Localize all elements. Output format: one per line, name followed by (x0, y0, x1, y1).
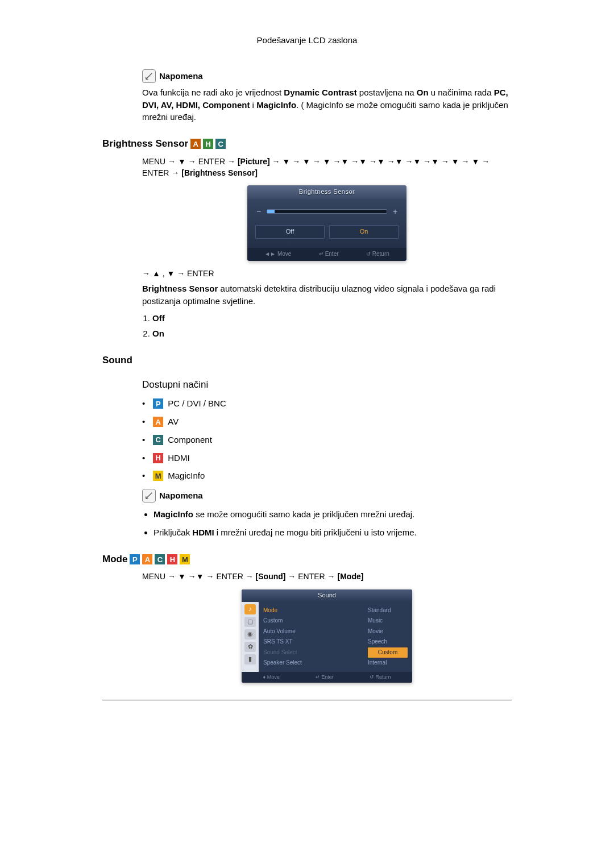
osd-menu-item[interactable]: Custom (263, 616, 364, 626)
badge-a-icon: A (142, 554, 152, 564)
list-item: C Component (142, 434, 512, 446)
enter-hint: ↵ Enter (316, 674, 334, 681)
note-row-1: Napomena (142, 69, 512, 83)
osd-title: Brightness Sensor (247, 185, 406, 199)
osd-slider[interactable] (267, 209, 387, 214)
list-item: H HDMI (142, 452, 512, 464)
badge-p-icon: P (153, 398, 163, 409)
category-icon[interactable]: ▮ (244, 654, 256, 665)
footer-rule (102, 700, 512, 700)
modes-list: P PC / DVI / BNC A AV C Component H HDMI… (142, 397, 512, 482)
list-item: P PC / DVI / BNC (142, 397, 512, 410)
list-item: On (152, 327, 512, 340)
return-hint: ↺ Return (366, 250, 389, 259)
osd-slider-row: − + (255, 206, 399, 217)
badge-c-icon: C (155, 554, 165, 564)
badge-h-icon: H (167, 554, 177, 564)
brightness-sensor-heading: Brightness Sensor A H C (102, 137, 512, 151)
badge-a-icon: A (153, 417, 163, 427)
note-row-2: Napomena (142, 489, 512, 502)
osd-on-option[interactable]: On (329, 225, 399, 239)
osd-side-icons: ♪ ▢ ◉ ✿ ▮ (242, 602, 259, 672)
note-label: Napomena (159, 489, 203, 502)
osd-right-values: Standard Music Movie Speech Custom Inter… (368, 605, 408, 668)
badge-m-icon: M (180, 554, 190, 564)
badge-h-icon: H (203, 139, 213, 149)
osd-menu-item: Sound Select (263, 647, 364, 658)
badge-m-icon: M (153, 471, 163, 481)
category-icon[interactable]: ▢ (244, 617, 256, 627)
sound-osd: Sound ♪ ▢ ◉ ✿ ▮ Mode Custom Auto Volume … (242, 589, 412, 683)
osd-off-option[interactable]: Off (255, 225, 325, 239)
osd-value[interactable]: Movie (368, 626, 408, 637)
badge-a-icon: A (190, 139, 201, 149)
return-hint: ↺ Return (370, 674, 391, 681)
list-item: Priključak HDMI i mrežni uređaj ne mogu … (154, 526, 512, 539)
badge-c-icon: C (215, 139, 226, 149)
list-item: Off (152, 312, 512, 325)
category-icon[interactable]: ◉ (244, 629, 256, 639)
osd-menu-item[interactable]: Auto Volume (263, 626, 364, 637)
page-header: Podešavanje LCD zaslona (102, 34, 512, 47)
note-icon (142, 489, 156, 502)
note-label: Napomena (159, 70, 203, 82)
note-icon (142, 69, 156, 83)
enter-hint: ↵ Enter (319, 250, 339, 259)
osd-menu-item[interactable]: SRS TS XT (263, 637, 364, 647)
badge-h-icon: H (153, 453, 163, 463)
list-item: MagicInfo se može omogućiti samo kada je… (154, 508, 512, 521)
badge-c-icon: C (153, 435, 163, 445)
list-item: M MagicInfo (142, 470, 512, 482)
mode-nav-path: MENU → ▼ →▼ → ENTER → [Sound] → ENTER → … (142, 571, 512, 582)
osd-menu-item[interactable]: Mode (263, 605, 364, 616)
osd-value[interactable]: Speech (368, 637, 408, 647)
move-hint: ◄► Move (264, 250, 291, 259)
mode-heading: Mode P A C H M (102, 553, 512, 567)
category-icon[interactable]: ✿ (244, 642, 256, 652)
osd-menu-item[interactable]: Speaker Select (263, 658, 364, 668)
move-hint: ♦ Move (263, 674, 280, 681)
brightness-osd: Brightness Sensor − + Off On ◄► Move ↵ E… (247, 185, 406, 261)
osd-title: Sound (242, 589, 412, 602)
minus-icon: − (255, 206, 262, 217)
available-modes-heading: Dostupni načini (142, 378, 512, 392)
osd-value[interactable]: Internal (368, 658, 408, 668)
sound-heading: Sound (102, 354, 512, 368)
brightness-after-path: → ▲ , ▼ → ENTER (142, 268, 512, 279)
sound-notes: MagicInfo se može omogućiti samo kada je… (154, 508, 512, 539)
list-item: A AV (142, 416, 512, 428)
intro-paragraph: Ova funkcija ne radi ako je vrijednost D… (142, 86, 512, 123)
osd-left-labels: Mode Custom Auto Volume SRS TS XT Sound … (263, 605, 364, 668)
brightness-options-list: Off On (152, 312, 512, 340)
plus-icon: + (392, 206, 399, 217)
badge-p-icon: P (130, 554, 140, 564)
osd-value-selected[interactable]: Custom (368, 647, 408, 658)
osd-footer: ♦ Move ↵ Enter ↺ Return (242, 672, 412, 683)
sound-category-icon[interactable]: ♪ (244, 604, 256, 614)
osd-value[interactable]: Music (368, 616, 408, 626)
brightness-nav-path: MENU → ▼ → ENTER → [Picture] → ▼ → ▼ → ▼… (142, 156, 512, 179)
brightness-description: Brightness Sensor automatski detektira d… (142, 283, 512, 308)
osd-footer: ◄► Move ↵ Enter ↺ Return (247, 248, 406, 261)
osd-value[interactable]: Standard (368, 605, 408, 616)
